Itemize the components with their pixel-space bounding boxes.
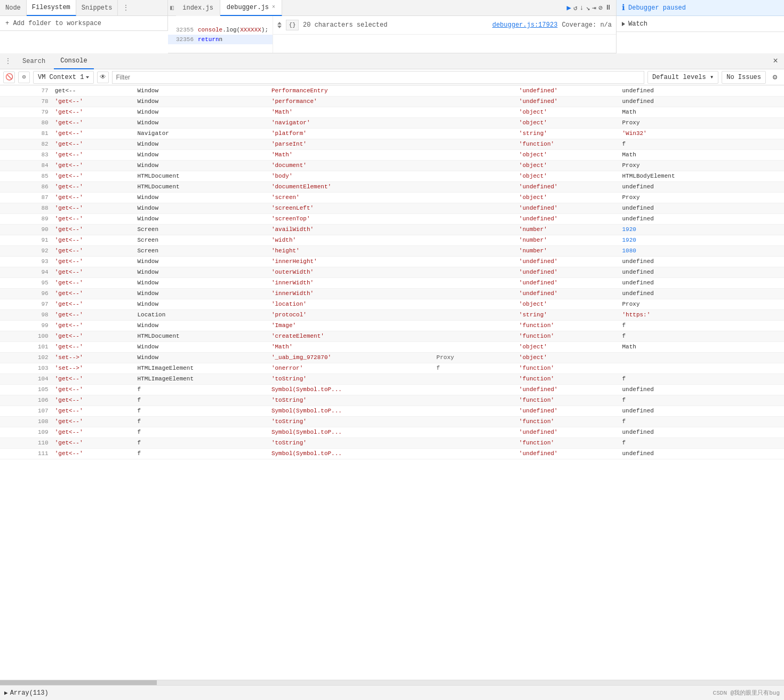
default-levels-button[interactable]: Default levels ▾ [647, 71, 718, 84]
table-row: 93 'get<--' Window 'innerHeight' 'undefi… [0, 256, 784, 267]
log-filter-icon[interactable]: 🚫 [3, 71, 15, 83]
table-row: 84 'get<--' Window 'document' 'object' P… [0, 160, 784, 171]
deactivate-icon[interactable]: ⊘ [598, 4, 603, 12]
array-label: Array(113) [10, 689, 49, 697]
debugger-paused-banner: ℹ Debugger paused [617, 0, 784, 16]
console-table: 77 get<-- Window PerformanceEntry 'undef… [0, 85, 784, 680]
table-row: 91 'get<--' Screen 'width' 'number' 1920 [0, 235, 784, 245]
table-row: 89 'get<--' Window 'screenTop' 'undefine… [0, 213, 784, 224]
table-row: 85 'get<--' HTMLDocument 'body' 'object'… [0, 171, 784, 181]
table-row: 87 'get<--' Window 'screen' 'object' Pro… [0, 192, 784, 203]
panel-dots-icon[interactable]: ⋮ [2, 57, 14, 66]
format-button[interactable]: {} [286, 20, 299, 30]
settings-gear-icon[interactable]: ⚙ [769, 71, 781, 83]
info-icon: ℹ [622, 3, 625, 13]
console-tab-search[interactable]: Search [16, 53, 52, 69]
tab-indexjs[interactable]: index.js [176, 0, 220, 16]
table-row: 92 'get<--' Screen 'height' 'number' 108… [0, 245, 784, 256]
console-panel: ⋮ Search Console × 🚫 ⊙ VM Context 1 👁 De… [0, 53, 784, 700]
file-location-link[interactable]: debugger.js:17923 [492, 21, 557, 29]
preserve-log-icon[interactable]: ⊙ [18, 71, 30, 83]
bottom-bar: ▶ Array(113) CSDN @我的眼里只有bug [0, 685, 784, 700]
source-line-32356: 32356 return n [168, 35, 273, 44]
filter-input[interactable] [112, 71, 644, 84]
coverage-info: Coverage: n/a [562, 21, 612, 29]
tab-icon-indexjs: ◧ [168, 4, 176, 12]
table-row: 110 'get<--' f 'toString' 'function' f [0, 438, 784, 448]
table-row: 109 'get<--' f Symbol(Symbol.toP... 'und… [0, 427, 784, 438]
right-panel: ℹ Debugger paused Watch [616, 0, 784, 53]
step-into-icon[interactable]: ↘ [586, 4, 590, 12]
table-row: 105 'get<--' f Symbol(Symbol.toP... 'und… [0, 384, 784, 395]
table-row: 83 'get<--' Window 'Math' 'object' Math [0, 149, 784, 160]
table-row: 98 'get<--' Location 'protocol' 'string'… [0, 309, 784, 320]
table-row: 107 'get<--' f Symbol(Symbol.toP... 'und… [0, 405, 784, 416]
console-tab-console[interactable]: Console [54, 53, 93, 69]
line-selector-arrows[interactable] [277, 22, 282, 28]
table-row: 108 'get<--' f 'toString' 'function' f [0, 416, 784, 427]
debugger-paused-text: Debugger paused [628, 4, 686, 12]
close-console-button[interactable]: × [769, 55, 782, 68]
eye-toggle-button[interactable]: 👁 [97, 71, 109, 83]
csdn-watermark: CSDN @我的眼里只有bug [713, 689, 780, 697]
table-row: 96 'get<--' Window 'innerWidth' 'undefin… [0, 288, 784, 299]
watch-section[interactable]: Watch [617, 16, 784, 32]
filter-row: 🚫 ⊙ VM Context 1 👁 Default levels ▾ No I… [0, 69, 784, 85]
vm-context-selector[interactable]: VM Context 1 [33, 71, 94, 84]
table-row: 77 get<-- Window PerformanceEntry 'undef… [0, 85, 784, 96]
table-row: 78 'get<--' Window 'performance' 'undefi… [0, 96, 784, 107]
console-header-bar: ⋮ Search Console × [0, 53, 784, 69]
table-row: 101 'get<--' Window 'Math' 'object' Math [0, 341, 784, 352]
table-row: 102 'set-->' Window '_uab_img_972870' Pr… [0, 352, 784, 363]
resume-icon[interactable]: ↺ [573, 4, 578, 12]
table-row: 79 'get<--' Window 'Math' 'object' Math [0, 107, 784, 117]
tab-snippets[interactable]: Snippets [76, 0, 118, 16]
table-row: 88 'get<--' Window 'screenLeft' 'undefin… [0, 203, 784, 213]
watch-label: Watch [628, 20, 647, 28]
table-row: 82 'get<--' Window 'parseInt' 'function'… [0, 139, 784, 149]
pause-icon[interactable]: ⏸ [605, 4, 612, 12]
vm-context-arrow-icon [86, 76, 89, 78]
tab-node[interactable]: Node [0, 0, 27, 16]
table-row: 86 'get<--' HTMLDocument 'documentElemen… [0, 181, 784, 192]
table-row: 103 'set-->' HTMLImageElement 'onerror' … [0, 363, 784, 373]
table-row: 106 'get<--' f 'toString' 'function' f [0, 395, 784, 405]
table-row: 100 'get<--' HTMLDocument 'createElement… [0, 331, 784, 341]
add-folder-button[interactable]: + Add folder to workspace [0, 16, 168, 31]
tab-debuggerjs[interactable]: debugger.js × [220, 0, 282, 16]
table-row: 99 'get<--' Window 'Image' 'function' f [0, 320, 784, 331]
horizontal-scrollbar[interactable] [0, 680, 784, 685]
selected-chars-count: 20 characters selected [303, 21, 387, 29]
play-pause-icon[interactable]: ▶ [566, 3, 571, 12]
watch-arrow-icon [622, 22, 625, 26]
no-issues-button[interactable]: No Issues [722, 71, 766, 84]
more-tabs-button[interactable]: ⋮ [118, 3, 134, 12]
table-row: 80 'get<--' Window 'navigator' 'object' … [0, 117, 784, 128]
table-row: 90 'get<--' Screen 'availWidth' 'number'… [0, 224, 784, 235]
table-row: 94 'get<--' Window 'outerWidth' 'undefin… [0, 267, 784, 277]
table-row: 95 'get<--' Window 'innerWidth' 'undefin… [0, 277, 784, 288]
step-over-icon[interactable]: ↓ [580, 4, 584, 12]
step-out-icon[interactable]: ⇥ [592, 4, 596, 12]
source-line-32355: 32355 console.log( XXXXXX ); [168, 25, 273, 35]
table-row: 104 'get<--' HTMLImageElement 'toString'… [0, 373, 784, 384]
table-row: 81 'get<--' Navigator 'platform' 'string… [0, 128, 784, 139]
table-row: 111 'get<--' f Symbol(Symbol.toP... 'und… [0, 448, 784, 459]
tab-filesystem[interactable]: Filesystem [27, 0, 76, 16]
close-tab-debuggerjs[interactable]: × [272, 4, 275, 10]
table-row: 97 'get<--' Window 'location' 'object' P… [0, 299, 784, 309]
array-expand-icon[interactable]: ▶ [4, 689, 8, 696]
